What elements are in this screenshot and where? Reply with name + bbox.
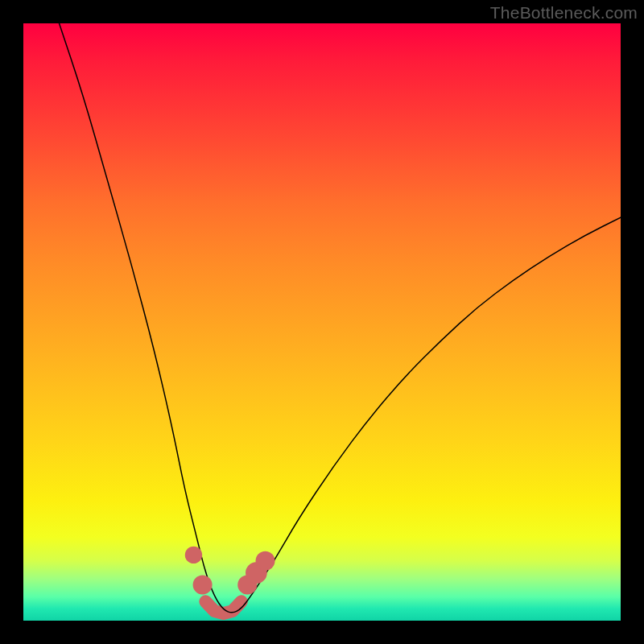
watermark-text: TheBottleneck.com bbox=[490, 3, 638, 23]
bottleneck-plot bbox=[23, 23, 621, 621]
curve-marker bbox=[255, 551, 275, 571]
curve-markers bbox=[185, 547, 275, 595]
bottleneck-curve bbox=[60, 23, 621, 613]
curve-marker bbox=[185, 547, 202, 564]
chart-frame bbox=[23, 23, 621, 621]
frame-bottom-border bbox=[0, 621, 644, 644]
curve-marker bbox=[193, 575, 213, 594]
